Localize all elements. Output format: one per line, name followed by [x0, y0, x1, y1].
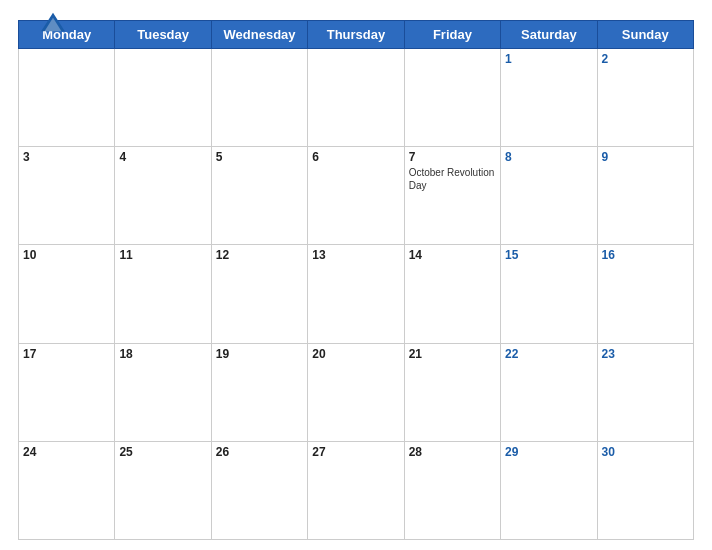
day-number: 13: [312, 248, 399, 262]
day-number: 25: [119, 445, 206, 459]
day-number: 19: [216, 347, 303, 361]
calendar-cell: [19, 49, 115, 147]
weekday-header-thursday: Thursday: [308, 21, 404, 49]
logo-icon: [39, 11, 67, 33]
day-number: 20: [312, 347, 399, 361]
calendar-cell: 11: [115, 245, 211, 343]
calendar-cell: 16: [597, 245, 693, 343]
calendar-cell: 25: [115, 441, 211, 539]
day-number: 26: [216, 445, 303, 459]
calendar-cell: 9: [597, 147, 693, 245]
day-number: 8: [505, 150, 592, 164]
day-number: 29: [505, 445, 592, 459]
calendar-cell: 24: [19, 441, 115, 539]
calendar-cell: 1: [501, 49, 597, 147]
day-number: 27: [312, 445, 399, 459]
day-number: 16: [602, 248, 689, 262]
day-number: 9: [602, 150, 689, 164]
calendar-cell: 5: [211, 147, 307, 245]
day-number: 22: [505, 347, 592, 361]
calendar-cell: 17: [19, 343, 115, 441]
weekday-header-wednesday: Wednesday: [211, 21, 307, 49]
calendar-cell: [308, 49, 404, 147]
day-number: 14: [409, 248, 496, 262]
calendar-cell: 15: [501, 245, 597, 343]
calendar-cell: [404, 49, 500, 147]
weekday-header-sunday: Sunday: [597, 21, 693, 49]
calendar-cell: 18: [115, 343, 211, 441]
calendar-cell: 19: [211, 343, 307, 441]
weekday-header-row: MondayTuesdayWednesdayThursdayFridaySatu…: [19, 21, 694, 49]
calendar-header: [18, 10, 694, 14]
day-number: 1: [505, 52, 592, 66]
day-number: 18: [119, 347, 206, 361]
calendar-cell: [211, 49, 307, 147]
day-number: 12: [216, 248, 303, 262]
day-number: 4: [119, 150, 206, 164]
calendar-cell: [115, 49, 211, 147]
calendar-cell: 8: [501, 147, 597, 245]
day-number: 21: [409, 347, 496, 361]
calendar-cell: 12: [211, 245, 307, 343]
calendar-table: MondayTuesdayWednesdayThursdayFridaySatu…: [18, 20, 694, 540]
calendar-cell: 30: [597, 441, 693, 539]
calendar-cell: 23: [597, 343, 693, 441]
calendar-cell: 20: [308, 343, 404, 441]
calendar-cell: 3: [19, 147, 115, 245]
day-number: 3: [23, 150, 110, 164]
week-row-2: 34567October Revolution Day89: [19, 147, 694, 245]
day-number: 15: [505, 248, 592, 262]
week-row-4: 17181920212223: [19, 343, 694, 441]
calendar-cell: 26: [211, 441, 307, 539]
weekday-header-saturday: Saturday: [501, 21, 597, 49]
calendar-cell: 21: [404, 343, 500, 441]
day-number: 2: [602, 52, 689, 66]
day-number: 5: [216, 150, 303, 164]
calendar-cell: 29: [501, 441, 597, 539]
day-number: 7: [409, 150, 496, 164]
calendar-cell: 6: [308, 147, 404, 245]
week-row-1: 12: [19, 49, 694, 147]
day-number: 28: [409, 445, 496, 459]
calendar-cell: 28: [404, 441, 500, 539]
calendar-cell: 13: [308, 245, 404, 343]
day-number: 11: [119, 248, 206, 262]
calendar-cell: 7October Revolution Day: [404, 147, 500, 245]
weekday-header-tuesday: Tuesday: [115, 21, 211, 49]
week-row-3: 10111213141516: [19, 245, 694, 343]
day-number: 30: [602, 445, 689, 459]
calendar-cell: 22: [501, 343, 597, 441]
calendar-cell: 10: [19, 245, 115, 343]
calendar-cell: 4: [115, 147, 211, 245]
week-row-5: 24252627282930: [19, 441, 694, 539]
day-number: 23: [602, 347, 689, 361]
logo: [18, 10, 90, 33]
day-number: 6: [312, 150, 399, 164]
day-number: 10: [23, 248, 110, 262]
calendar-cell: 2: [597, 49, 693, 147]
day-number: 17: [23, 347, 110, 361]
weekday-header-friday: Friday: [404, 21, 500, 49]
holiday-label: October Revolution Day: [409, 166, 496, 192]
day-number: 24: [23, 445, 110, 459]
calendar-cell: 27: [308, 441, 404, 539]
calendar-cell: 14: [404, 245, 500, 343]
